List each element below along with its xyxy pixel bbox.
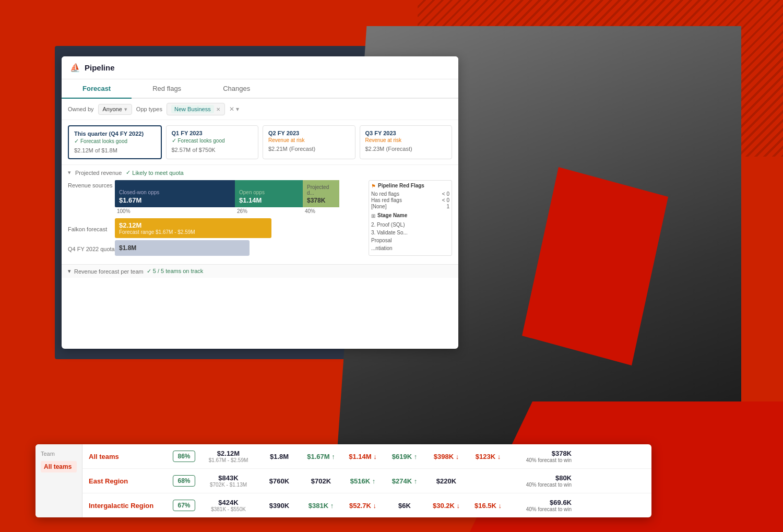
quarter-name-3: Q3 FY 2023 xyxy=(365,130,447,136)
forecast-2: $424K $381K - $550K xyxy=(198,499,258,512)
open-0: $1.14M ↓ xyxy=(342,453,384,460)
sidebar-team-label: Team xyxy=(41,451,77,457)
forecast-1: $843K $702K - $1.13M xyxy=(198,474,258,488)
table-row-2: Intergalactic Region 67% $424K $381K - $… xyxy=(82,493,651,517)
team-section-header: ▾ Revenue forecast per team ✓ 5 / 5 team… xyxy=(62,264,458,278)
flag-icon: ⚑ xyxy=(371,183,376,189)
col8-2: $16.5K ↓ xyxy=(467,502,509,510)
bar-open: Open opps $1.14M xyxy=(235,180,303,207)
col6-2: $6K xyxy=(384,502,425,510)
stage-icon: ⊞ xyxy=(371,213,375,219)
closed-1: $702K xyxy=(300,477,342,485)
owned-by-label: Owned by xyxy=(68,106,94,112)
pipeline-icon: ⛵ xyxy=(70,63,80,73)
quarter-card-2[interactable]: Q2 FY 2023 Revenue at risk $2.21M (Forec… xyxy=(263,125,355,159)
filters-row: Owned by Anyone ▾ Opp types New Business… xyxy=(62,99,458,120)
open-1: $516K ↑ xyxy=(342,477,384,485)
table-card: Team All teams All teams 86% $2.12M $1.6… xyxy=(35,444,651,517)
quota-badge: ✓ Likely to meet quota xyxy=(126,169,183,176)
card-header: ⛵ Pipeline xyxy=(62,56,458,79)
forecast-0: $2.12M $1.67M - $2.59M xyxy=(198,450,258,463)
revenue-section: ▾ Projected revenue ✓ Likely to meet quo… xyxy=(62,165,458,264)
pct-open: 26% xyxy=(235,208,303,214)
filter-expand-icon[interactable]: ✕ ▾ xyxy=(229,105,239,113)
quarter-amount-0: $2.12M of $1.8M xyxy=(74,147,156,154)
opp-types-label: Opp types xyxy=(136,106,162,112)
quarters-row: This quarter (Q4 FY 2022) ✓ Forecast loo… xyxy=(62,120,458,165)
section-header: ▾ Projected revenue ✓ Likely to meet quo… xyxy=(68,169,452,176)
col6-1: $274K ↑ xyxy=(384,477,425,485)
chart-left: Revenue sources Closed-won opps $1.67M O… xyxy=(68,180,364,256)
pct-0: 86% xyxy=(170,451,198,462)
chevron-icon: ▾ xyxy=(68,169,71,176)
col7-0: $398K ↓ xyxy=(425,453,467,460)
tabs-container: Forecast Red flags Changes xyxy=(62,79,458,99)
table-row-1: East Region 68% $843K $702K - $1.13M $76… xyxy=(82,469,651,493)
quarter-amount-1: $2.57M of $750K xyxy=(172,146,253,153)
check-icon-1: ✓ xyxy=(172,137,176,144)
quarter-name-1: Q1 FY 2023 xyxy=(172,130,253,136)
tab-changes[interactable]: Changes xyxy=(202,79,271,99)
stages-list: 2. Proof (SQL) 3. Validate So... Proposa… xyxy=(371,221,449,252)
tab-forecast[interactable]: Forecast xyxy=(62,79,132,99)
col6-0: $619K ↑ xyxy=(384,453,425,460)
quarter-name-0: This quarter (Q4 FY 2022) xyxy=(74,131,156,137)
projected-1: $80K 40% forecast to win xyxy=(509,474,572,488)
pct-projected: 40% xyxy=(303,208,339,214)
falkon-bar: $2.12M Forecast range $1.67M - $2.59M xyxy=(115,218,271,238)
col7-2: $30.2K ↓ xyxy=(425,502,467,510)
projected-0: $378K 40% forecast to win xyxy=(509,450,572,463)
remove-filter-icon[interactable]: ✕ xyxy=(216,107,220,112)
pipeline-card: ⛵ Pipeline Forecast Red flags Changes Ow… xyxy=(62,56,458,349)
team-name-1: East Region xyxy=(89,477,170,485)
quarter-status-0: ✓ Forecast looks good xyxy=(74,138,156,145)
opp-type-filter[interactable]: New Business ✕ xyxy=(167,103,225,115)
row-label-falkon: Falkon forecast xyxy=(68,224,115,232)
col8-0: $123K ↓ xyxy=(467,453,509,460)
projected-2: $69.6K 40% forecast to win xyxy=(509,499,572,512)
sidebar-all-teams[interactable]: All teams xyxy=(41,461,77,472)
tab-red-flags[interactable]: Red flags xyxy=(132,79,202,99)
table-with-sidebar: Team All teams All teams 86% $2.12M $1.6… xyxy=(35,444,651,517)
owned-by-filter[interactable]: Anyone ▾ xyxy=(98,104,132,115)
closed-0: $1.67M ↑ xyxy=(300,453,342,460)
pct-closed: 100% xyxy=(115,208,235,214)
table-sidebar: Team All teams xyxy=(35,444,82,517)
quarter-card-1[interactable]: Q1 FY 2023 ✓ Forecast looks good $2.57M … xyxy=(166,125,259,159)
team-name-0: All teams xyxy=(89,453,170,460)
quarter-card-3[interactable]: Q3 FY 2023 Revenue at risk $2.23M (Forec… xyxy=(360,125,453,159)
quota-2: $390K xyxy=(258,502,300,510)
quota-1: $760K xyxy=(258,477,300,485)
quarter-status-3: Revenue at risk xyxy=(365,137,447,143)
quarter-status-1: ✓ Forecast looks good xyxy=(172,137,253,144)
team-name-2: Intergalactic Region xyxy=(89,502,170,510)
legend-panel: ⚑ Pipeline Red Flags No red flags < 0 Ha… xyxy=(369,180,452,256)
quarter-amount-2: $2.21M (Forecast) xyxy=(268,145,350,152)
closed-2: $381K ↑ xyxy=(300,502,342,510)
open-2: $52.7K ↓ xyxy=(342,502,384,510)
bar-projected: Projected d... $378K xyxy=(303,180,339,207)
row-label-sources: Revenue sources xyxy=(68,180,115,188)
table-main: All teams 86% $2.12M $1.67M - $2.59M $1.… xyxy=(82,444,651,517)
team-chevron-icon: ▾ xyxy=(68,268,71,275)
pct-2: 67% xyxy=(170,500,198,511)
quarter-amount-3: $2.23M (Forecast) xyxy=(365,145,447,152)
table-row-0: All teams 86% $2.12M $1.67M - $2.59M $1.… xyxy=(82,444,651,469)
quarter-name-2: Q2 FY 2023 xyxy=(268,130,350,136)
check-icon-0: ✓ xyxy=(74,138,79,145)
card-title: Pipeline xyxy=(85,63,115,72)
bar-closed: Closed-won opps $1.67M xyxy=(115,180,235,207)
quota-0: $1.8M xyxy=(258,453,300,460)
pct-1: 68% xyxy=(170,475,198,487)
quota-bar: $1.8M xyxy=(115,240,250,256)
row-label-quota: Q4 FY 2022 quota xyxy=(68,244,115,252)
chart-area: Revenue sources Closed-won opps $1.67M O… xyxy=(68,180,452,256)
quarter-card-0[interactable]: This quarter (Q4 FY 2022) ✓ Forecast loo… xyxy=(68,125,162,159)
col7-1: $220K xyxy=(425,477,467,485)
quarter-status-2: Revenue at risk xyxy=(268,137,350,143)
